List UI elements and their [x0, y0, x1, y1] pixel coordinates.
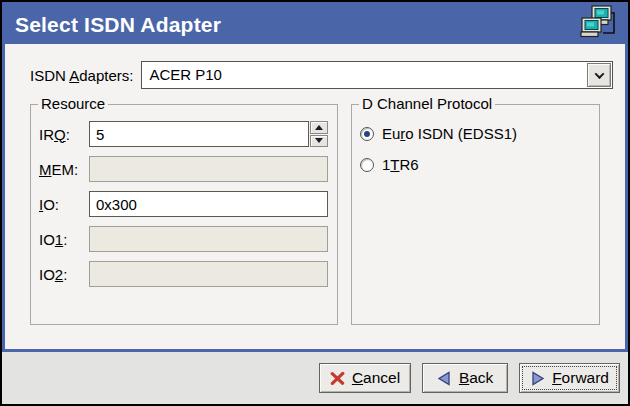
dialog-button-bar: Cancel Back Forward [2, 352, 628, 404]
spin-down-button[interactable] [310, 135, 328, 148]
arrow-left-icon [437, 371, 452, 386]
irq-label: IRQ: [39, 126, 89, 143]
dialog-content: ISDN Adapters: ACER P10 Resource IRQ: [5, 44, 625, 349]
radio-euro-isdn-label: Euro ISDN (EDSS1) [382, 125, 517, 142]
dialog-header: Select ISDN Adapter [5, 5, 625, 44]
radio-button-icon [360, 158, 374, 172]
isdn-adapters-row: ISDN Adapters: ACER P10 [30, 61, 613, 89]
cancel-button-label: Cancel [352, 369, 400, 387]
io-row: IO: [39, 191, 328, 217]
back-button[interactable]: Back [422, 363, 508, 393]
io2-row: IO2: [39, 261, 328, 287]
arrow-right-icon [530, 371, 545, 386]
red-x-icon [330, 371, 345, 386]
dialog-frame: Select ISDN Adapter [2, 2, 628, 352]
isdn-adapters-combobox[interactable]: ACER P10 [141, 61, 613, 89]
combobox-dropdown-button[interactable] [587, 63, 611, 87]
mem-row: MEM: [39, 156, 328, 182]
d-channel-protocol-groupbox: D Channel Protocol Euro ISDN (EDSS1) 1TR… [351, 104, 600, 325]
irq-spinbox [89, 121, 328, 147]
page-title: Select ISDN Adapter [15, 13, 579, 37]
forward-button[interactable]: Forward [519, 363, 620, 393]
d-channel-protocol-title: D Channel Protocol [359, 95, 495, 112]
spin-up-button[interactable] [310, 121, 328, 134]
irq-spinner [310, 121, 328, 147]
spin-up-icon [315, 125, 323, 130]
select-isdn-adapter-dialog: Select ISDN Adapter [0, 0, 630, 406]
spin-down-icon [315, 138, 323, 143]
radio-button-icon [360, 127, 374, 141]
resource-groupbox-title: Resource [38, 95, 108, 112]
io1-row: IO1: [39, 226, 328, 252]
back-button-label: Back [459, 369, 493, 387]
chevron-down-icon [594, 69, 604, 79]
io2-input [89, 261, 328, 287]
resource-groupbox: Resource IRQ: MEM: [30, 104, 338, 325]
radio-1tr6-label: 1TR6 [382, 156, 419, 173]
mem-input [89, 156, 328, 182]
irq-input[interactable] [89, 121, 309, 147]
networked-computers-icon [579, 5, 617, 44]
isdn-adapters-combobox-value: ACER P10 [142, 62, 586, 88]
irq-row: IRQ: [39, 121, 328, 147]
group-boxes: Resource IRQ: MEM: [30, 104, 613, 325]
io1-label: IO1: [39, 231, 89, 248]
isdn-adapters-label: ISDN Adapters: [30, 67, 133, 84]
cancel-button[interactable]: Cancel [319, 363, 411, 393]
radio-1tr6[interactable]: 1TR6 [360, 156, 590, 173]
radio-euro-isdn[interactable]: Euro ISDN (EDSS1) [360, 125, 590, 142]
mem-label: MEM: [39, 161, 89, 178]
io-label: IO: [39, 196, 89, 213]
io2-label: IO2: [39, 266, 89, 283]
io-input[interactable] [89, 191, 328, 217]
io1-input [89, 226, 328, 252]
forward-button-label: Forward [552, 369, 609, 387]
